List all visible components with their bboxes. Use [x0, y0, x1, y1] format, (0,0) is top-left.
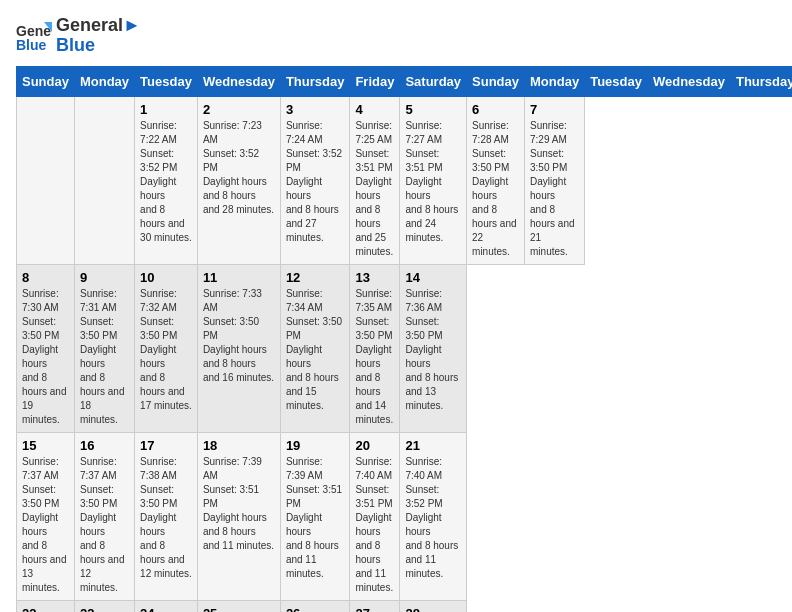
day-number: 11: [203, 270, 275, 285]
calendar-cell: 7 Sunrise: 7:29 AM Sunset: 3:50 PM Dayli…: [525, 96, 585, 264]
calendar-cell: 14 Sunrise: 7:36 AM Sunset: 3:50 PM Dayl…: [400, 264, 467, 432]
calendar-cell: 10 Sunrise: 7:32 AM Sunset: 3:50 PM Dayl…: [135, 264, 198, 432]
day-number: 25: [203, 606, 275, 612]
calendar-cell: 27 Sunrise: 7:43 AM Sunset: 3:56 PM Dayl…: [350, 600, 400, 612]
day-number: 28: [405, 606, 461, 612]
day-info: Sunrise: 7:36 AM Sunset: 3:50 PM Dayligh…: [405, 287, 461, 413]
day-number: 3: [286, 102, 345, 117]
day-number: 23: [80, 606, 129, 612]
header-friday: Friday: [350, 66, 400, 96]
calendar-week-2: 8 Sunrise: 7:30 AM Sunset: 3:50 PM Dayli…: [17, 264, 793, 432]
calendar-cell: 18 Sunrise: 7:39 AM Sunset: 3:51 PM Dayl…: [197, 432, 280, 600]
day-info: Sunrise: 7:38 AM Sunset: 3:50 PM Dayligh…: [140, 455, 192, 581]
day-info: Sunrise: 7:37 AM Sunset: 3:50 PM Dayligh…: [22, 455, 69, 595]
day-info: Sunrise: 7:30 AM Sunset: 3:50 PM Dayligh…: [22, 287, 69, 427]
day-number: 27: [355, 606, 394, 612]
day-info: Sunrise: 7:22 AM Sunset: 3:52 PM Dayligh…: [140, 119, 192, 245]
header-monday: Monday: [74, 66, 134, 96]
calendar-cell: 25 Sunrise: 7:42 AM Sunset: 3:54 PM Dayl…: [197, 600, 280, 612]
day-number: 2: [203, 102, 275, 117]
calendar-cell: [17, 96, 75, 264]
header-thursday: Thursday: [730, 66, 792, 96]
calendar-header-row: SundayMondayTuesdayWednesdayThursdayFrid…: [17, 66, 793, 96]
calendar-cell: [74, 96, 134, 264]
calendar-cell: 2 Sunrise: 7:23 AM Sunset: 3:52 PM Dayli…: [197, 96, 280, 264]
day-info: Sunrise: 7:34 AM Sunset: 3:50 PM Dayligh…: [286, 287, 345, 413]
header-wednesday: Wednesday: [647, 66, 730, 96]
day-info: Sunrise: 7:31 AM Sunset: 3:50 PM Dayligh…: [80, 287, 129, 427]
day-info: Sunrise: 7:40 AM Sunset: 3:52 PM Dayligh…: [405, 455, 461, 581]
calendar-cell: 23 Sunrise: 7:41 AM Sunset: 3:53 PM Dayl…: [74, 600, 134, 612]
calendar-cell: 8 Sunrise: 7:30 AM Sunset: 3:50 PM Dayli…: [17, 264, 75, 432]
calendar-cell: 16 Sunrise: 7:37 AM Sunset: 3:50 PM Dayl…: [74, 432, 134, 600]
day-number: 18: [203, 438, 275, 453]
header-monday: Monday: [525, 66, 585, 96]
calendar-cell: 9 Sunrise: 7:31 AM Sunset: 3:50 PM Dayli…: [74, 264, 134, 432]
calendar-cell: 22 Sunrise: 7:41 AM Sunset: 3:52 PM Dayl…: [17, 600, 75, 612]
day-number: 26: [286, 606, 345, 612]
header-sunday: Sunday: [467, 66, 525, 96]
logo: General Blue General► Blue: [16, 16, 141, 56]
day-info: Sunrise: 7:39 AM Sunset: 3:51 PM Dayligh…: [286, 455, 345, 581]
calendar-cell: 17 Sunrise: 7:38 AM Sunset: 3:50 PM Dayl…: [135, 432, 198, 600]
day-number: 1: [140, 102, 192, 117]
calendar-table: SundayMondayTuesdayWednesdayThursdayFrid…: [16, 66, 792, 612]
calendar-cell: 26 Sunrise: 7:42 AM Sunset: 3:55 PM Dayl…: [280, 600, 350, 612]
day-info: Sunrise: 7:27 AM Sunset: 3:51 PM Dayligh…: [405, 119, 461, 245]
day-number: 5: [405, 102, 461, 117]
logo-blue: Blue: [56, 36, 141, 56]
day-info: Sunrise: 7:33 AM Sunset: 3:50 PM Dayligh…: [203, 287, 275, 385]
calendar-cell: 11 Sunrise: 7:33 AM Sunset: 3:50 PM Dayl…: [197, 264, 280, 432]
page-header: General Blue General► Blue: [16, 16, 776, 56]
day-number: 9: [80, 270, 129, 285]
calendar-cell: 5 Sunrise: 7:27 AM Sunset: 3:51 PM Dayli…: [400, 96, 467, 264]
day-number: 4: [355, 102, 394, 117]
calendar-cell: 19 Sunrise: 7:39 AM Sunset: 3:51 PM Dayl…: [280, 432, 350, 600]
day-number: 7: [530, 102, 579, 117]
day-info: Sunrise: 7:24 AM Sunset: 3:52 PM Dayligh…: [286, 119, 345, 245]
logo-general: General►: [56, 16, 141, 36]
day-number: 20: [355, 438, 394, 453]
day-info: Sunrise: 7:25 AM Sunset: 3:51 PM Dayligh…: [355, 119, 394, 259]
calendar-cell: 6 Sunrise: 7:28 AM Sunset: 3:50 PM Dayli…: [467, 96, 525, 264]
calendar-cell: 1 Sunrise: 7:22 AM Sunset: 3:52 PM Dayli…: [135, 96, 198, 264]
day-info: Sunrise: 7:37 AM Sunset: 3:50 PM Dayligh…: [80, 455, 129, 595]
day-number: 10: [140, 270, 192, 285]
day-info: Sunrise: 7:35 AM Sunset: 3:50 PM Dayligh…: [355, 287, 394, 427]
header-sunday: Sunday: [17, 66, 75, 96]
calendar-cell: 28 Sunrise: 7:43 AM Sunset: 3:56 PM Dayl…: [400, 600, 467, 612]
calendar-cell: 15 Sunrise: 7:37 AM Sunset: 3:50 PM Dayl…: [17, 432, 75, 600]
day-info: Sunrise: 7:32 AM Sunset: 3:50 PM Dayligh…: [140, 287, 192, 413]
header-wednesday: Wednesday: [197, 66, 280, 96]
header-saturday: Saturday: [400, 66, 467, 96]
day-number: 17: [140, 438, 192, 453]
day-number: 12: [286, 270, 345, 285]
header-tuesday: Tuesday: [585, 66, 648, 96]
day-number: 15: [22, 438, 69, 453]
day-number: 22: [22, 606, 69, 612]
day-number: 8: [22, 270, 69, 285]
day-info: Sunrise: 7:29 AM Sunset: 3:50 PM Dayligh…: [530, 119, 579, 259]
day-number: 24: [140, 606, 192, 612]
header-tuesday: Tuesday: [135, 66, 198, 96]
calendar-cell: 4 Sunrise: 7:25 AM Sunset: 3:51 PM Dayli…: [350, 96, 400, 264]
day-number: 6: [472, 102, 519, 117]
day-info: Sunrise: 7:23 AM Sunset: 3:52 PM Dayligh…: [203, 119, 275, 217]
calendar-cell: 13 Sunrise: 7:35 AM Sunset: 3:50 PM Dayl…: [350, 264, 400, 432]
day-number: 13: [355, 270, 394, 285]
calendar-week-3: 15 Sunrise: 7:37 AM Sunset: 3:50 PM Dayl…: [17, 432, 793, 600]
calendar-cell: 24 Sunrise: 7:42 AM Sunset: 3:53 PM Dayl…: [135, 600, 198, 612]
calendar-week-4: 22 Sunrise: 7:41 AM Sunset: 3:52 PM Dayl…: [17, 600, 793, 612]
calendar-cell: 21 Sunrise: 7:40 AM Sunset: 3:52 PM Dayl…: [400, 432, 467, 600]
day-number: 16: [80, 438, 129, 453]
calendar-cell: 20 Sunrise: 7:40 AM Sunset: 3:51 PM Dayl…: [350, 432, 400, 600]
day-info: Sunrise: 7:40 AM Sunset: 3:51 PM Dayligh…: [355, 455, 394, 595]
header-thursday: Thursday: [280, 66, 350, 96]
day-number: 21: [405, 438, 461, 453]
day-info: Sunrise: 7:39 AM Sunset: 3:51 PM Dayligh…: [203, 455, 275, 553]
day-number: 19: [286, 438, 345, 453]
svg-text:Blue: Blue: [16, 37, 47, 53]
day-number: 14: [405, 270, 461, 285]
day-info: Sunrise: 7:28 AM Sunset: 3:50 PM Dayligh…: [472, 119, 519, 259]
calendar-week-1: 1 Sunrise: 7:22 AM Sunset: 3:52 PM Dayli…: [17, 96, 793, 264]
